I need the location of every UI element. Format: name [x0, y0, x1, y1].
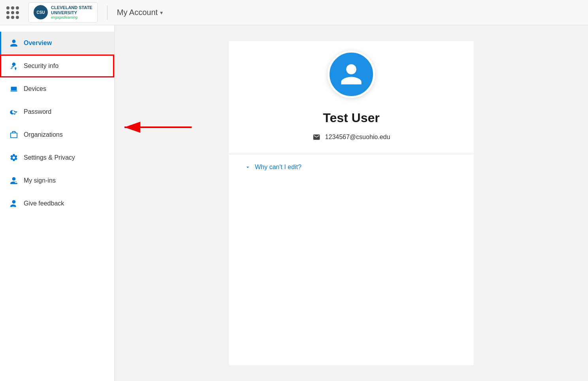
profile-card: Test User 1234567@csuohio.edu Why can't …: [229, 41, 474, 365]
profile-email-row: 1234567@csuohio.edu: [313, 133, 390, 141]
sidebar-item-password[interactable]: Password: [0, 100, 114, 123]
university-logo: CSU CLEVELAND STATE UNIVERSITY engagedle…: [28, 2, 98, 23]
sidebar-item-overview-label: Overview: [24, 40, 52, 47]
sidebar-item-my-sign-ins-label: My sign-ins: [24, 177, 56, 184]
logo-line2: UNIVERSITY: [51, 10, 92, 15]
app-launcher-icon[interactable]: [6, 6, 19, 19]
my-account-menu[interactable]: My Account ▾: [117, 8, 163, 17]
sidebar-item-settings-privacy[interactable]: Settings & Privacy: [0, 146, 114, 169]
sidebar-item-security-info-label: Security info: [24, 62, 58, 70]
topbar: CSU CLEVELAND STATE UNIVERSITY engagedle…: [0, 0, 588, 25]
key-icon: [9, 108, 18, 116]
logo-line3: engagedlearning: [51, 15, 92, 20]
sidebar-item-devices-label: Devices: [24, 85, 46, 92]
sidebar-item-give-feedback[interactable]: Give feedback: [0, 192, 114, 215]
profile-divider: [229, 154, 474, 154]
avatar-wrapper: [328, 51, 375, 98]
person-icon: [9, 39, 18, 47]
sidebar-item-organizations-label: Organizations: [24, 131, 63, 138]
laptop-icon: [9, 85, 18, 93]
chevron-down-icon: [245, 164, 251, 170]
topbar-divider: [107, 6, 107, 20]
avatar: [328, 51, 375, 98]
logo-line1: CLEVELAND STATE: [51, 5, 92, 10]
sidebar-item-my-sign-ins[interactable]: My sign-ins: [0, 169, 114, 192]
briefcase-icon: [9, 130, 18, 139]
why-cant-i-edit-button[interactable]: Why can't I edit?: [229, 164, 302, 171]
why-edit-label: Why can't I edit?: [255, 164, 302, 171]
sidebar-item-give-feedback-label: Give feedback: [24, 200, 64, 207]
chevron-down-icon: ▾: [160, 9, 163, 16]
sidebar-item-overview[interactable]: Overview: [0, 32, 114, 55]
person-activity-icon: [9, 176, 18, 185]
sidebar-item-devices[interactable]: Devices: [0, 77, 114, 100]
profile-name: Test User: [323, 111, 379, 125]
person-lock-icon: [9, 62, 18, 70]
main-content: Test User 1234567@csuohio.edu Why can't …: [115, 25, 588, 381]
profile-email-address: 1234567@csuohio.edu: [325, 134, 390, 141]
my-account-label: My Account: [117, 8, 158, 17]
email-icon: [313, 133, 320, 141]
sidebar-item-security-info[interactable]: Security info: [0, 55, 114, 77]
sidebar: Overview Security info Devices: [0, 25, 115, 381]
sidebar-item-settings-privacy-label: Settings & Privacy: [24, 154, 75, 161]
gear-icon: [9, 153, 18, 162]
feedback-icon: [9, 199, 18, 208]
sidebar-item-organizations[interactable]: Organizations: [0, 123, 114, 146]
profile-content: Test User 1234567@csuohio.edu Why can't …: [229, 108, 474, 171]
main-layout: Overview Security info Devices: [0, 25, 588, 381]
sidebar-item-password-label: Password: [24, 108, 51, 115]
logo-circle: CSU: [34, 5, 48, 19]
